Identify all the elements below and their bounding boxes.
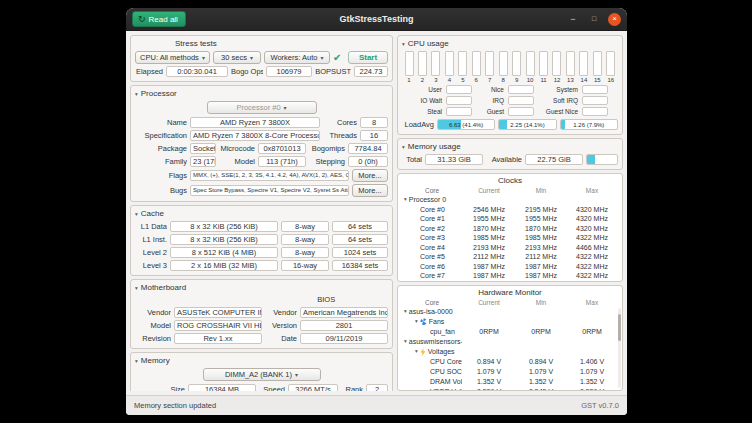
expander-icon: ▾: [135, 358, 138, 364]
bops-value: 224.73: [354, 66, 388, 77]
column-current[interactable]: Current: [462, 186, 516, 195]
section-label: Processor: [141, 89, 177, 98]
hwmon-sensor-row[interactable]: CPU Core Voltage0.894 V0.894 V1.406 V: [398, 357, 622, 367]
stress-duration-select[interactable]: 30 secs ▾: [213, 51, 261, 64]
hwmon-table-header[interactable]: Core Current Min Max: [398, 298, 622, 307]
stat-label: Steal: [412, 107, 442, 116]
bios-vendor-value: American Megatrends Inc.: [300, 307, 388, 318]
clock-row[interactable]: Core #52112 MHz2112 MHz4322 MHz: [398, 252, 622, 262]
minimize-button[interactable]: −: [566, 12, 580, 26]
bogo-ops-label: Bogo Ops: [231, 66, 263, 77]
scrollbar-thumb[interactable]: [618, 314, 621, 341]
current-value: 2546 MHz: [462, 205, 516, 214]
stat-meter: [582, 96, 608, 105]
current-value: 1.079 V: [462, 367, 516, 376]
expander-icon[interactable]: ▾: [404, 195, 407, 204]
dimm-select[interactable]: DIMM_A2 (BANK 1) ▾: [203, 368, 321, 381]
bugs-label: Bugs: [135, 185, 187, 196]
hwmon-sensor-row[interactable]: DRAM Voltage1.352 V1.352 V1.352 V: [398, 377, 622, 387]
memory-usage-bar: [586, 154, 618, 165]
processor-select[interactable]: Processor #0 ▾: [207, 101, 317, 114]
bogomips-value: 7784.84: [348, 143, 388, 154]
close-button[interactable]: ×: [608, 13, 621, 26]
size-value: 16384 MB: [188, 384, 256, 391]
column-min[interactable]: Min: [516, 186, 566, 195]
clock-row[interactable]: Core #42193 MHz2193 MHz4466 MHz: [398, 243, 622, 253]
column-max[interactable]: Max: [566, 186, 618, 195]
mb-model-label: Model: [135, 320, 171, 331]
core-number: 10: [527, 77, 534, 83]
min-value: 2193 MHz: [516, 243, 566, 252]
clock-row[interactable]: Core #11955 MHz1955 MHz4320 MHz: [398, 214, 622, 224]
core-meter: 4: [444, 51, 454, 83]
stat-label: Soft IRQ: [538, 96, 578, 105]
memory-header[interactable]: ▾ Memory: [135, 356, 388, 365]
column-max[interactable]: Max: [566, 298, 618, 307]
expander-icon[interactable]: ▾: [415, 347, 418, 356]
threads-value: 16: [360, 130, 388, 141]
hwmon-sensor-row[interactable]: CPU SOC Voltage1.079 V1.079 V1.079 V: [398, 367, 622, 377]
min-value: 1870 MHz: [516, 224, 566, 233]
hwmon-group-row[interactable]: ▾asuswmisensors-isa-0000: [398, 337, 622, 347]
stress-tests-header: Stress tests: [135, 39, 388, 48]
hwmon-category-row[interactable]: ▾ Fans: [398, 317, 622, 327]
titlebar[interactable]: ↻ Read all GtkStressTesting − □ ×: [126, 8, 627, 31]
sensor-chip-name: asus-isa-0000: [409, 307, 453, 316]
bios-label: BIOS: [265, 295, 389, 305]
clock-row[interactable]: Core #31985 MHz1985 MHz4322 MHz: [398, 233, 622, 243]
expander-icon[interactable]: ▾: [404, 307, 407, 316]
expander-icon[interactable]: ▾: [415, 317, 418, 326]
processor-header[interactable]: ▾ Processor: [135, 89, 388, 98]
current-value: 1985 MHz: [462, 233, 516, 242]
clocks-group-row[interactable]: ▾Processor 0: [398, 195, 622, 205]
expander-icon: ▾: [402, 144, 405, 150]
scrollbar[interactable]: [618, 308, 621, 389]
clocks-table-header[interactable]: Core Current Min Max: [398, 186, 622, 195]
expander-icon[interactable]: ▾: [404, 337, 407, 346]
clock-row[interactable]: Core #02546 MHz2195 MHz4320 MHz: [398, 205, 622, 215]
clock-row[interactable]: Core #21870 MHz1870 MHz4320 MHz: [398, 224, 622, 234]
core-meter: 15: [592, 51, 602, 83]
motherboard-header[interactable]: ▾ Motherboard: [135, 283, 388, 292]
cpu-usage-header[interactable]: ▾ CPU usage: [402, 39, 618, 48]
min-value: 1985 MHz: [516, 233, 566, 242]
cache-ways-value: 8-way: [281, 247, 329, 258]
core-number: 9: [515, 77, 518, 83]
start-button[interactable]: Start: [348, 51, 388, 64]
maximize-button[interactable]: □: [587, 12, 601, 26]
model-label: Model: [219, 156, 255, 167]
column-core[interactable]: Core: [402, 186, 462, 195]
min-value: 1987 MHz: [516, 271, 566, 280]
progress-fill: [587, 155, 595, 164]
cache-size-value: 2 x 16 MiB (32 MiB): [170, 260, 278, 271]
memory-usage-section: ▾ Memory usage Total 31.33 GiB Available…: [397, 138, 623, 170]
stress-method-select[interactable]: CPU: All methods ▾: [135, 51, 210, 64]
core-number: 12: [554, 77, 561, 83]
stress-workers-select[interactable]: Workers: Auto ▾: [264, 51, 330, 64]
flags-more-button[interactable]: More...: [352, 169, 388, 182]
column-core[interactable]: Core: [402, 298, 462, 307]
bugs-more-button[interactable]: More...: [352, 184, 388, 197]
column-min[interactable]: Min: [516, 298, 566, 307]
min-value: 1.079 V: [516, 367, 566, 376]
core-number: 2: [421, 77, 424, 83]
hwmon-sensor-row[interactable]: cpu_fan0RPM0RPM0RPM: [398, 327, 622, 337]
loadavg-1-value: 6.63 (41.4%): [438, 120, 494, 129]
threads-label: Threads: [323, 130, 357, 141]
hwmon-sensor-row[interactable]: VDDP Voltage0.556 V0.545 V0.556 V: [398, 387, 622, 392]
hwmon-group-row[interactable]: ▾asus-isa-0000: [398, 307, 622, 317]
min-value: 1955 MHz: [516, 214, 566, 223]
clock-row[interactable]: Core #61987 MHz1987 MHz4322 MHz: [398, 262, 622, 272]
read-all-button[interactable]: ↻ Read all: [132, 11, 186, 27]
column-current[interactable]: Current: [462, 298, 516, 307]
clock-row[interactable]: Core #71987 MHz1987 MHz4322 MHz: [398, 271, 622, 281]
cache-header[interactable]: ▾ Cache: [135, 209, 388, 218]
hwmon-category-row[interactable]: ▾ Voltages: [398, 347, 622, 357]
memory-usage-header[interactable]: ▾ Memory usage: [402, 142, 618, 151]
bios-vendor-label: Vendor: [265, 307, 297, 318]
stepping-label: Stepping: [309, 156, 345, 167]
processor-family-row: Family 23 (17h) Model 113 (71h) Stepping…: [135, 156, 388, 167]
expander-icon: ▾: [402, 41, 405, 47]
core-number: 3: [434, 77, 437, 83]
app-window: ↻ Read all GtkStressTesting − □ × Stress…: [126, 8, 627, 415]
